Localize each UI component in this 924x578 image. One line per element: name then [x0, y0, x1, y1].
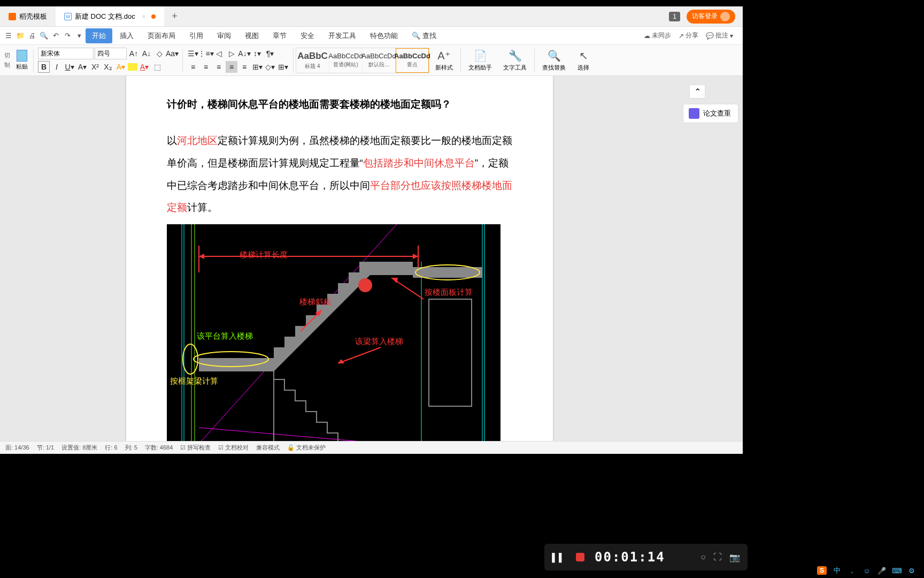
svg-marker-11	[413, 254, 418, 259]
menu-icon[interactable]: ☰	[3, 31, 14, 41]
status-protect[interactable]: 🔓 文档未保护	[287, 444, 326, 452]
highlight-button[interactable]	[128, 63, 137, 71]
undo-icon[interactable]: ↶	[50, 31, 61, 41]
align-right-button[interactable]: ≡	[213, 61, 225, 73]
comment-button[interactable]: 💬 批注 ▾	[706, 31, 733, 40]
camera-icon[interactable]: 📷	[729, 552, 740, 562]
decrease-indent-button[interactable]: ◁	[213, 48, 225, 59]
menu-search[interactable]: 🔍 查找	[405, 28, 443, 43]
justify-button[interactable]: ≡	[226, 61, 237, 73]
login-button[interactable]: 访客登录	[687, 10, 735, 24]
doc-helper-button[interactable]: 📄 文档助手	[463, 48, 497, 73]
status-page[interactable]: 面: 14/36	[5, 444, 29, 452]
status-setting[interactable]: 设置值: 8厘米	[61, 444, 97, 452]
distribute-button[interactable]: ≡	[238, 61, 250, 73]
settings-icon[interactable]: ⚙	[907, 566, 917, 575]
open-icon[interactable]: 📁	[15, 31, 26, 41]
punct-icon[interactable]: ，	[847, 566, 857, 575]
sync-status[interactable]: ☁ 未同步	[644, 31, 671, 40]
align-left-button[interactable]: ≡	[187, 61, 199, 73]
menu-start[interactable]: 开始	[86, 28, 112, 43]
line-spacing-button[interactable]: ↕▾	[251, 48, 263, 59]
cad-label-length: 楼梯计算长度	[240, 250, 288, 260]
notification-badge[interactable]: 1	[669, 12, 680, 21]
text-tool-button[interactable]: 🔧 文字工具	[498, 48, 532, 73]
status-row[interactable]: 行: 6	[105, 444, 117, 452]
stop-button[interactable]	[573, 550, 587, 564]
ime-lang-icon[interactable]: 中	[832, 566, 842, 575]
align-center-button[interactable]: ≡	[200, 61, 212, 73]
font-size-select[interactable]	[95, 48, 127, 59]
menu-security[interactable]: 安全	[294, 28, 321, 43]
paste-button[interactable]: 粘贴	[13, 49, 31, 72]
status-spell[interactable]: ☑ 拼写检查	[180, 444, 211, 452]
increase-font-icon[interactable]: A↑	[128, 48, 140, 59]
menu-special[interactable]: 特色功能	[364, 28, 404, 43]
tab-menu-icon[interactable]: ▫	[143, 12, 145, 20]
char-border-button[interactable]: ⬚	[151, 61, 163, 73]
menu-layout[interactable]: 页面布局	[141, 28, 182, 43]
document-scroll[interactable]: ▾ 计价时，楼梯间休息平台的楼地面需要套楼梯的楼地面定额吗？ 以河北地区定额计算…	[0, 76, 679, 441]
status-compat[interactable]: 兼容模式	[256, 444, 280, 452]
keyboard-icon[interactable]: ⌨	[892, 566, 902, 575]
doc-icon: W	[64, 13, 72, 20]
decrease-font-icon[interactable]: A↓	[141, 48, 152, 59]
collapse-panel-button[interactable]: ⌃	[689, 85, 705, 98]
shading-button[interactable]: ◇▾	[264, 61, 276, 73]
style-point[interactable]: AaBbCcDd 要点	[396, 48, 429, 73]
style-default[interactable]: AaBbCcDd 默认段...	[363, 48, 396, 73]
menu-chapter[interactable]: 章节	[266, 28, 293, 43]
cut-button[interactable]: 切	[4, 51, 10, 59]
indent-button[interactable]: ⊞▾	[251, 61, 263, 73]
style-normal[interactable]: AaBbCcDd 普通(网站)	[329, 48, 363, 73]
share-button[interactable]: ↗ 分享	[679, 31, 698, 40]
find-replace-button[interactable]: 🔍 查找替换	[537, 48, 571, 73]
sort-button[interactable]: A↓▾	[238, 48, 250, 59]
subscript-button[interactable]: X₂	[102, 61, 114, 73]
marker-icon[interactable]: ○	[700, 552, 706, 562]
input-method-icon[interactable]: S	[817, 566, 827, 575]
show-marks-button[interactable]: ¶▾	[264, 48, 276, 59]
numbering-button[interactable]: ⋮≡▾	[200, 48, 212, 59]
new-tab-button[interactable]: +	[164, 11, 185, 22]
print-icon[interactable]: 🖨	[27, 31, 37, 41]
font-name-select[interactable]	[38, 48, 94, 59]
system-tray: S 中 ， ☺ 🎤 ⌨ ⚙	[810, 563, 924, 578]
menu-review[interactable]: 审阅	[211, 28, 237, 43]
copy-button[interactable]: 制	[4, 61, 10, 69]
pause-button[interactable]: ▌▌	[552, 550, 566, 564]
mic-icon[interactable]: 🎤	[877, 566, 887, 575]
menu-dev[interactable]: 开发工具	[322, 28, 363, 43]
increase-indent-button[interactable]: ▷	[226, 48, 237, 59]
tab-bar: 稻壳模板 W 新建 DOC 文档.doc ▫ + 1 访客登录	[0, 6, 743, 27]
status-col[interactable]: 列: 5	[125, 444, 137, 452]
font-effect-button[interactable]: A▾	[76, 61, 88, 73]
bullets-button[interactable]: ☰▾	[187, 48, 199, 59]
menu-view[interactable]: 视图	[238, 28, 265, 43]
change-case-icon[interactable]: Aa▾	[166, 48, 178, 59]
status-section[interactable]: 节: 1/1	[37, 444, 54, 452]
preview-icon[interactable]: 🔍	[38, 31, 49, 41]
new-style-button[interactable]: A⁺ 新样式	[430, 48, 458, 73]
redo-icon[interactable]: ↷	[62, 31, 73, 41]
italic-button[interactable]: I	[51, 61, 63, 73]
status-proof[interactable]: ☑ 文档校对	[218, 444, 249, 452]
font-color-button[interactable]: A▾	[138, 61, 150, 73]
tab-templates[interactable]: 稻壳模板	[0, 6, 56, 26]
underline-button[interactable]: U▾	[64, 61, 75, 73]
dropdown-icon[interactable]: ▾	[74, 31, 84, 41]
text-effect-button[interactable]: A▾	[115, 61, 127, 73]
select-button[interactable]: ↖ 选择	[572, 48, 595, 73]
clear-format-icon[interactable]: ◇	[153, 48, 165, 59]
menu-insert[interactable]: 插入	[113, 28, 140, 43]
menu-ref[interactable]: 引用	[183, 28, 210, 43]
bold-button[interactable]: B	[38, 61, 50, 73]
status-words[interactable]: 字数: 4684	[145, 444, 173, 452]
fullscreen-icon[interactable]: ⛶	[713, 552, 722, 562]
plagiarism-check-button[interactable]: 论文查重	[683, 104, 738, 123]
superscript-button[interactable]: X²	[89, 61, 101, 73]
emoji-icon[interactable]: ☺	[862, 566, 872, 575]
border-button[interactable]: ⊞▾	[277, 61, 289, 73]
tab-document[interactable]: W 新建 DOC 文档.doc ▫	[56, 6, 164, 26]
style-heading4[interactable]: AaBbC 标题 4	[296, 48, 329, 73]
